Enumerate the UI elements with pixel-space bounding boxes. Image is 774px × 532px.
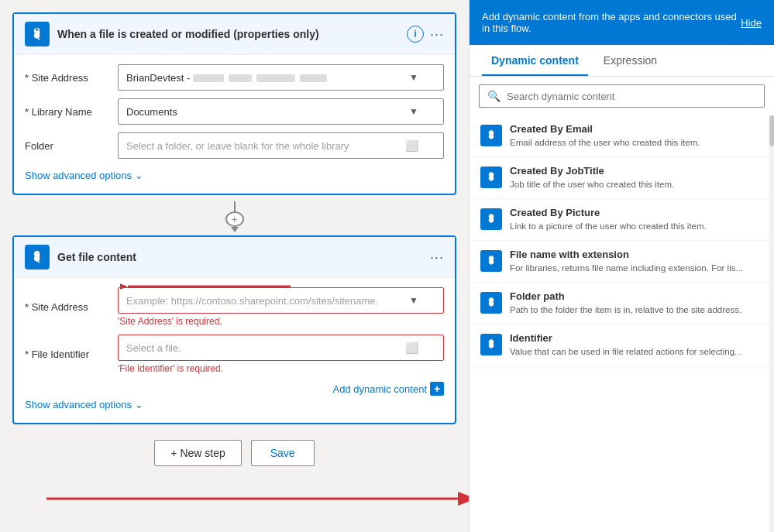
library-name-label: * Library Name xyxy=(25,106,118,118)
dynamic-item-desc: Job title of the user who created this i… xyxy=(510,178,759,190)
action-card-title: Get file content xyxy=(57,251,430,263)
dynamic-item-icon xyxy=(480,334,502,355)
search-box: 🔍 xyxy=(479,84,765,108)
side-panel-header: Add dynamic content from the apps and co… xyxy=(470,0,774,45)
action-site-address-placeholder: Example: https://contoso.sharepoint.com/… xyxy=(126,295,378,307)
dynamic-item-title: Created By Picture xyxy=(510,207,759,218)
library-name-dropdown[interactable]: Documents ▼ xyxy=(118,98,444,125)
save-button[interactable]: Save xyxy=(251,440,315,466)
add-dynamic-label: Add dynamic content xyxy=(333,383,427,395)
dynamic-item-icon xyxy=(480,250,502,272)
file-identifier-wrap: Select a file. ⬜ 'File Identifier' is re… xyxy=(118,335,444,374)
sharepoint-icon-action xyxy=(25,245,50,269)
side-panel-header-text: Add dynamic content from the apps and co… xyxy=(482,11,741,34)
action-site-address-wrap: Example: https://contoso.sharepoint.com/… xyxy=(118,287,444,327)
trigger-card-title: When a file is created or modified (prop… xyxy=(57,28,407,40)
dynamic-item-content: Identifier Value that can be used in fil… xyxy=(510,332,759,358)
chevron-down-icon-1: ⌄ xyxy=(135,170,143,181)
sharepoint-icon-trigger xyxy=(25,22,50,46)
connector-arrow xyxy=(231,227,239,232)
site-address-label: * Site Address xyxy=(25,72,118,84)
dynamic-item-icon xyxy=(480,166,502,188)
dynamic-list-item[interactable]: Identifier Value that can be used in fil… xyxy=(470,324,769,366)
action-card-body: * Site Address Example: https://contoso.… xyxy=(14,278,455,423)
folder-input-wrap: Select a folder, or leave blank for the … xyxy=(118,132,444,159)
dynamic-item-content: File name with extension For libraries, … xyxy=(510,249,759,274)
dynamic-item-title: Created By Email xyxy=(510,123,759,135)
tab-expression[interactable]: Expression xyxy=(594,45,666,76)
trigger-info-button[interactable]: i xyxy=(407,26,424,43)
site-address-row: * Site Address BrianDevtest - ▼ xyxy=(25,64,444,91)
new-step-button[interactable]: + New step xyxy=(154,440,241,466)
dynamic-item-icon xyxy=(480,292,502,314)
site-address-input-wrap: BrianDevtest - ▼ xyxy=(118,64,444,91)
dynamic-item-content: Created By Email Email address of the us… xyxy=(510,123,759,149)
add-dynamic-button[interactable]: Add dynamic content + xyxy=(333,382,444,396)
file-identifier-input[interactable]: Select a file. ⬜ xyxy=(118,335,444,361)
site-address-error: 'Site Address' is required. xyxy=(118,316,444,327)
hide-panel-button[interactable]: Hide xyxy=(741,17,762,29)
search-input[interactable] xyxy=(507,91,756,102)
connector-1: + xyxy=(12,201,456,232)
side-panel: Add dynamic content from the apps and co… xyxy=(469,0,774,532)
dynamic-item-icon xyxy=(480,208,502,230)
action-card-actions: ··· xyxy=(430,249,444,266)
dynamic-item-desc: Email address of the user who created th… xyxy=(510,136,759,149)
dynamic-content-list: Created By Email Email address of the us… xyxy=(470,115,769,532)
action-card: Get file content ··· * Site Address Exam… xyxy=(12,235,456,424)
side-tabs: Dynamic content Expression xyxy=(470,45,774,77)
folder-label: Folder xyxy=(25,140,118,152)
library-name-row: * Library Name Documents ▼ xyxy=(25,98,444,125)
scroll-thumb xyxy=(769,115,774,146)
file-browse-icon: ⬜ xyxy=(405,342,418,354)
folder-browse-icon: ⬜ xyxy=(405,139,418,152)
trigger-more-button[interactable]: ··· xyxy=(430,26,444,43)
site-address-arrow: ▼ xyxy=(409,72,418,83)
dynamic-list-item[interactable]: Created By Picture Link to a picture of … xyxy=(470,199,769,241)
action-site-address-row: * Site Address Example: https://contoso.… xyxy=(25,287,444,327)
site-address-dropdown[interactable]: BrianDevtest - ▼ xyxy=(118,64,444,91)
folder-row: Folder Select a folder, or leave blank f… xyxy=(25,132,444,159)
trigger-card-actions: i ··· xyxy=(407,26,444,43)
dynamic-item-content: Folder path Path to the folder the item … xyxy=(510,290,759,316)
bottom-actions: + New step Save xyxy=(12,440,456,466)
dynamic-item-desc: Link to a picture of the user who create… xyxy=(510,220,759,232)
dynamic-list-item[interactable]: Folder path Path to the folder the item … xyxy=(470,283,769,324)
site-address-value: BrianDevtest - xyxy=(126,72,190,84)
trigger-card-header: When a file is created or modified (prop… xyxy=(14,14,455,55)
dynamic-item-title: Identifier xyxy=(510,332,759,344)
library-name-value: Documents xyxy=(126,106,177,118)
dynamic-list-item[interactable]: Created By Email Email address of the us… xyxy=(470,115,769,157)
file-identifier-error: 'File Identifier' is required. xyxy=(118,363,444,374)
action-site-address-arrow: ▼ xyxy=(409,295,418,306)
add-dynamic-row: Add dynamic content + xyxy=(25,382,444,396)
scroll-indicator[interactable] xyxy=(769,115,774,532)
file-identifier-row: * File Identifier Select a file. ⬜ 'File… xyxy=(25,335,444,374)
dynamic-list-container: Created By Email Email address of the us… xyxy=(470,115,774,532)
dynamic-list-item[interactable]: File name with extension For libraries, … xyxy=(470,241,769,283)
show-advanced-label-2: Show advanced options xyxy=(25,399,132,410)
folder-placeholder: Select a folder, or leave blank for the … xyxy=(126,140,349,152)
dynamic-item-title: Created By JobTitle xyxy=(510,165,759,177)
add-connector-button[interactable]: + xyxy=(225,211,244,227)
connector-line-top xyxy=(234,201,236,211)
search-icon: 🔍 xyxy=(487,90,501,102)
action-site-address-input[interactable]: Example: https://contoso.sharepoint.com/… xyxy=(118,287,444,314)
dynamic-item-desc: Path to the folder the item is in, relat… xyxy=(510,304,759,316)
file-identifier-placeholder: Select a file. xyxy=(126,342,181,354)
show-advanced-label-1: Show advanced options xyxy=(25,170,132,181)
trigger-card: When a file is created or modified (prop… xyxy=(12,12,456,195)
dynamic-list-item[interactable]: Created By JobTitle Job title of the use… xyxy=(470,157,769,199)
tab-dynamic-content[interactable]: Dynamic content xyxy=(482,45,588,76)
show-advanced-button-1[interactable]: Show advanced options ⌄ xyxy=(25,166,143,184)
library-name-input-wrap: Documents ▼ xyxy=(118,98,444,125)
show-advanced-button-2[interactable]: Show advanced options ⌄ xyxy=(25,396,143,414)
dynamic-item-content: Created By Picture Link to a picture of … xyxy=(510,207,759,232)
dynamic-item-desc: Value that can be used in file related a… xyxy=(510,345,759,358)
action-more-button[interactable]: ··· xyxy=(430,249,444,266)
add-dynamic-plus-icon: + xyxy=(430,382,444,396)
folder-input[interactable]: Select a folder, or leave blank for the … xyxy=(118,132,444,159)
file-identifier-label: * File Identifier xyxy=(25,348,118,360)
dynamic-item-title: Folder path xyxy=(510,290,759,302)
library-name-arrow: ▼ xyxy=(409,106,418,117)
